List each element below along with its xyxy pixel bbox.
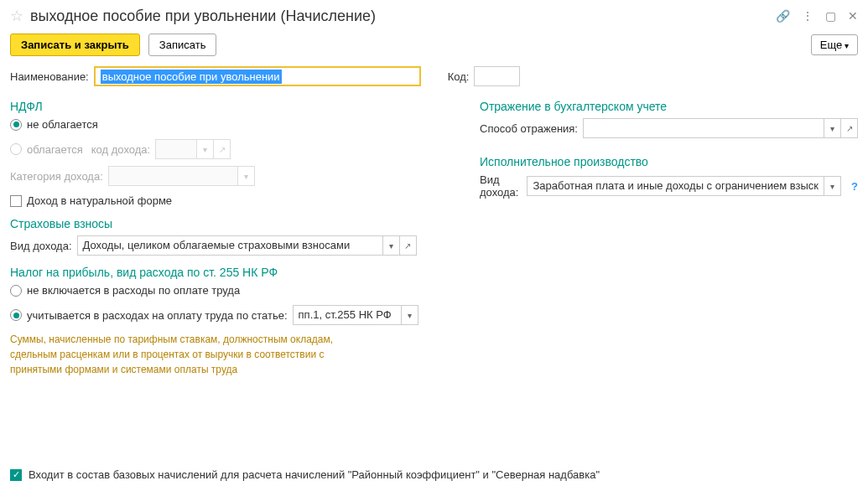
ndfl-title: НДФЛ xyxy=(10,100,446,113)
ndfl-not-taxed-label: не облагается xyxy=(27,118,98,131)
code-label: Код: xyxy=(448,70,470,83)
insurance-income-type-input[interactable]: Доходы, целиком облагаемые страховыми вз… xyxy=(77,235,383,256)
natural-form-checkbox[interactable] xyxy=(10,195,22,207)
close-icon[interactable]: ✕ xyxy=(848,9,858,23)
insurance-income-type-open-icon[interactable]: ↗ xyxy=(400,235,417,256)
save-close-button[interactable]: Записать и закрыть xyxy=(10,34,140,56)
income-category-row: Категория дохода: ▾ xyxy=(10,166,446,186)
natural-form-row[interactable]: Доход в натуральной форме xyxy=(10,194,446,207)
accounting-method-input[interactable] xyxy=(583,118,824,138)
insurance-income-type-label: Вид дохода: xyxy=(10,240,72,252)
accounting-method-row: Способ отражения: ▾ ↗ xyxy=(480,118,858,138)
income-category-input[interactable] xyxy=(108,166,238,186)
accounting-title: Отражение в бухгалтерском учете xyxy=(480,100,858,113)
name-input[interactable]: выходное пособие при увольнении xyxy=(94,66,421,86)
income-code-label: код дохода: xyxy=(91,143,150,156)
right-column: Отражение в бухгалтерском учете Способ о… xyxy=(480,96,858,377)
natural-form-label: Доход в натуральной форме xyxy=(27,194,172,207)
kebab-menu-icon[interactable]: ⋮ xyxy=(802,9,813,23)
favorite-star-icon[interactable]: ☆ xyxy=(10,7,23,25)
enforcement-income-combo: Заработная плата и иные доходы с огранич… xyxy=(527,176,841,196)
profit-not-included-radio[interactable] xyxy=(10,285,22,297)
more-button[interactable]: Еще xyxy=(811,34,858,55)
profit-included-radio[interactable] xyxy=(10,309,22,321)
window-title: выходное пособие при увольнении (Начисле… xyxy=(30,8,376,25)
income-code-combo: ▾ ↗ xyxy=(155,139,231,159)
insurance-title: Страховые взносы xyxy=(10,217,446,230)
income-code-dropdown-icon[interactable]: ▾ xyxy=(197,139,214,159)
income-category-dropdown-icon[interactable]: ▾ xyxy=(238,166,255,186)
window-header: ☆ выходное пособие при увольнении (Начис… xyxy=(10,7,858,25)
profit-tax-title: Налог на прибыль, вид расхода по ст. 255… xyxy=(10,266,446,279)
title-area: ☆ выходное пособие при увольнении (Начис… xyxy=(10,7,376,25)
income-category-label: Категория дохода: xyxy=(10,170,103,183)
enforcement-income-dropdown-icon[interactable]: ▾ xyxy=(824,176,841,196)
code-input[interactable] xyxy=(474,66,520,86)
main-columns: НДФЛ не облагается облагается код дохода… xyxy=(10,96,858,377)
profit-included-row[interactable]: учитывается в расходах на оплату труда п… xyxy=(10,305,446,325)
insurance-income-type-row: Вид дохода: Доходы, целиком облагаемые с… xyxy=(10,235,446,256)
profit-not-included-row[interactable]: не включается в расходы по оплате труда xyxy=(10,284,446,297)
name-label: Наименование: xyxy=(10,70,89,83)
link-icon[interactable]: 🔗 xyxy=(776,9,790,23)
window-controls: 🔗 ⋮ ▢ ✕ xyxy=(776,9,858,23)
insurance-income-type-dropdown-icon[interactable]: ▾ xyxy=(383,235,400,256)
toolbar-left: Записать и закрыть Записать xyxy=(10,34,216,56)
name-value-selected: выходное пособие при увольнении xyxy=(101,70,282,84)
profit-article-dropdown-icon[interactable]: ▾ xyxy=(402,305,418,325)
accounting-method-open-icon[interactable]: ↗ xyxy=(841,118,858,138)
accounting-method-combo: ▾ ↗ xyxy=(583,118,858,138)
income-code-open-icon[interactable]: ↗ xyxy=(214,139,231,159)
name-code-row: Наименование: выходное пособие при уволь… xyxy=(10,66,858,86)
ndfl-taxed-row[interactable]: облагается код дохода: ▾ ↗ xyxy=(10,139,446,159)
enforcement-income-label: Вид дохода: xyxy=(480,173,522,199)
enforcement-title: Исполнительное производство xyxy=(480,155,858,168)
ndfl-not-taxed-row[interactable]: не облагается xyxy=(10,118,446,131)
accounting-method-dropdown-icon[interactable]: ▾ xyxy=(824,118,841,138)
profit-article-combo: пп.1, ст.255 НК РФ ▾ xyxy=(293,305,418,325)
insurance-income-type-combo: Доходы, целиком облагаемые страховыми вз… xyxy=(77,235,417,256)
maximize-icon[interactable]: ▢ xyxy=(825,9,836,23)
profit-article-input[interactable]: пп.1, ст.255 НК РФ xyxy=(293,305,402,325)
left-column: НДФЛ не облагается облагается код дохода… xyxy=(10,96,446,377)
profit-included-label: учитывается в расходах на оплату труда п… xyxy=(27,309,288,322)
enforcement-help-icon[interactable]: ? xyxy=(851,180,858,193)
enforcement-income-input[interactable]: Заработная плата и иные доходы с огранич… xyxy=(527,176,824,196)
income-code-input[interactable] xyxy=(155,139,197,159)
enforcement-income-row: Вид дохода: Заработная плата и иные дохо… xyxy=(480,173,858,199)
profit-not-included-label: не включается в расходы по оплате труда xyxy=(27,284,240,297)
ndfl-not-taxed-radio[interactable] xyxy=(10,119,22,131)
save-button[interactable]: Записать xyxy=(148,34,217,56)
ndfl-taxed-label: облагается xyxy=(27,143,83,156)
income-category-combo: ▾ xyxy=(108,166,255,186)
accounting-method-label: Способ отражения: xyxy=(480,122,578,135)
ndfl-taxed-radio[interactable] xyxy=(10,143,22,155)
profit-hint-text: Суммы, начисленные по тарифным ставкам, … xyxy=(10,332,362,377)
toolbar: Записать и закрыть Записать Еще xyxy=(10,34,858,56)
